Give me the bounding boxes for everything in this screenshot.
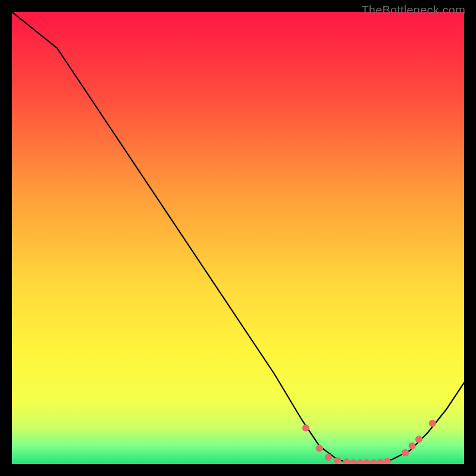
chart-marker: [316, 444, 323, 452]
chart-background: [12, 12, 464, 464]
chart-marker: [334, 457, 341, 464]
chart-marker: [415, 436, 422, 443]
chart-marker: [302, 424, 309, 431]
chart-marker: [325, 454, 332, 461]
watermark-text: TheBottleneck.com: [361, 4, 465, 17]
chart-plot-area: [12, 12, 464, 464]
chart-svg: [12, 12, 464, 464]
chart-marker: [402, 449, 409, 456]
chart-marker: [429, 420, 436, 427]
chart-marker: [409, 443, 416, 450]
